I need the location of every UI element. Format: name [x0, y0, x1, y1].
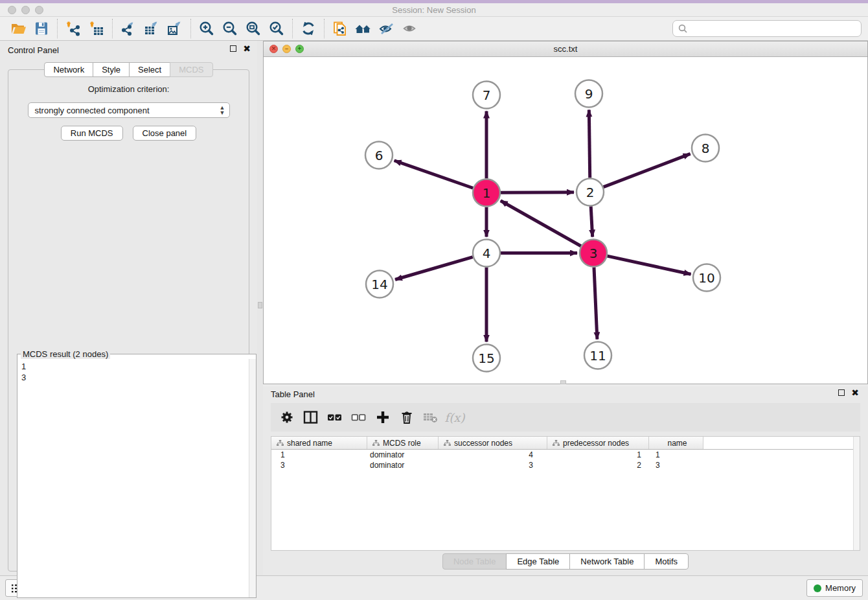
- eye-icon: [402, 20, 418, 37]
- graph-edge[interactable]: [604, 154, 691, 187]
- tab-network-table[interactable]: Network Table: [569, 553, 645, 570]
- home-button[interactable]: [352, 18, 375, 39]
- view-splitter-handle[interactable]: [560, 380, 566, 384]
- graph-edge[interactable]: [394, 161, 474, 188]
- table-cell[interactable]: 1: [271, 450, 367, 460]
- minimize-view-icon[interactable]: –: [282, 45, 291, 53]
- table-row[interactable]: 1dominator411: [271, 450, 860, 460]
- export-network-button[interactable]: [117, 18, 140, 39]
- delete-column-button[interactable]: [397, 408, 417, 427]
- float-panel-icon[interactable]: [230, 45, 236, 52]
- zoom-fit-button[interactable]: [242, 18, 265, 39]
- tab-mcds[interactable]: MCDS: [170, 62, 212, 77]
- network-graph[interactable]: 7968124314101511: [264, 57, 867, 384]
- table-cell[interactable]: 4: [439, 450, 547, 460]
- table-cell[interactable]: 2: [547, 460, 649, 470]
- graph-edge[interactable]: [589, 110, 589, 178]
- tab-motifs[interactable]: Motifs: [644, 553, 689, 570]
- graph-node-label: 14: [371, 277, 387, 292]
- export-image-button[interactable]: [163, 18, 187, 39]
- destroy-table-button[interactable]: [421, 408, 440, 427]
- hide-panels-button[interactable]: [375, 18, 398, 39]
- maximize-view-icon[interactable]: +: [295, 45, 304, 53]
- optimization-criterion-select[interactable]: strongly connected component ▲▼: [28, 102, 230, 118]
- new-network-from-file-button[interactable]: [328, 18, 352, 39]
- mcds-result-line: 3: [21, 372, 246, 383]
- run-mcds-button[interactable]: Run MCDS: [61, 126, 123, 141]
- table-cell[interactable]: 3: [649, 460, 703, 470]
- mcds-result-scrollbar[interactable]: [249, 359, 256, 597]
- refresh-button[interactable]: [297, 18, 320, 39]
- column-header-label: MCDS role: [383, 439, 421, 448]
- export-image-icon: [166, 20, 183, 37]
- add-column-button[interactable]: [373, 408, 393, 427]
- select-all-rows-button[interactable]: [325, 408, 345, 427]
- show-columns-button[interactable]: [301, 408, 321, 427]
- import-network-button[interactable]: [62, 18, 85, 39]
- network-window-titlebar[interactable]: ✕ – + scc.txt: [264, 41, 867, 57]
- splitter-handle[interactable]: [258, 302, 262, 308]
- app-titlebar: Session: New Session: [0, 0, 868, 17]
- graph-edge[interactable]: [501, 192, 574, 193]
- close-panel-icon[interactable]: ✖: [243, 45, 251, 52]
- column-header[interactable]: MCDS role: [367, 437, 439, 449]
- graph-edge[interactable]: [501, 201, 581, 246]
- close-panel-button[interactable]: Close panel: [133, 126, 197, 141]
- mcds-tab-pane: Optimization criterion: strongly connect…: [8, 69, 249, 571]
- table-cell[interactable]: 1: [649, 450, 703, 460]
- search-icon: [678, 24, 687, 33]
- table-cell[interactable]: 1: [547, 450, 649, 460]
- window-controls[interactable]: [8, 6, 43, 14]
- deselect-all-rows-button[interactable]: [349, 408, 369, 427]
- network-canvas[interactable]: 7968124314101511: [264, 57, 867, 384]
- tab-edge-table[interactable]: Edge Table: [506, 553, 570, 570]
- memory-button[interactable]: Memory: [806, 579, 863, 597]
- control-panel-title: Control Panel: [8, 45, 59, 55]
- table-scrollbar[interactable]: [853, 437, 860, 550]
- function-builder-button[interactable]: f(x): [445, 408, 464, 427]
- graph-node-label: 4: [483, 246, 491, 261]
- graph-node-label: 7: [483, 87, 491, 103]
- close-view-icon[interactable]: ✕: [269, 45, 278, 53]
- tab-node-table[interactable]: Node Table: [442, 553, 507, 570]
- graph-edge[interactable]: [395, 257, 473, 280]
- zoom-selected-button[interactable]: [265, 18, 288, 39]
- table-cell[interactable]: dominator: [367, 460, 439, 470]
- panel-splitter[interactable]: [257, 41, 263, 575]
- tab-style[interactable]: Style: [93, 62, 130, 77]
- control-panel-tabs: Network Style Select MCDS: [0, 62, 257, 77]
- export-table-button[interactable]: [140, 18, 163, 39]
- search-input[interactable]: [691, 24, 856, 34]
- search-box[interactable]: [672, 20, 862, 37]
- zoom-window-icon[interactable]: [35, 6, 43, 14]
- column-header[interactable]: successor nodes: [439, 437, 547, 449]
- table-toolbar: f(x): [271, 403, 860, 432]
- column-header[interactable]: name: [649, 437, 703, 449]
- minimize-window-icon[interactable]: [21, 6, 30, 14]
- tab-select[interactable]: Select: [129, 62, 170, 77]
- tab-network[interactable]: Network: [44, 62, 93, 77]
- column-header[interactable]: predecessor nodes: [547, 437, 649, 449]
- table-panel-title: Table Panel: [271, 389, 315, 399]
- graph-edge[interactable]: [591, 206, 593, 237]
- zoom-in-icon: [198, 20, 215, 37]
- zoom-in-button[interactable]: [195, 18, 218, 39]
- import-table-button[interactable]: [85, 18, 108, 39]
- table-cell[interactable]: dominator: [367, 450, 439, 460]
- graph-edge[interactable]: [607, 256, 691, 274]
- hierarchy-icon: [277, 440, 284, 446]
- zoom-out-button[interactable]: [218, 18, 242, 39]
- open-session-button[interactable]: [6, 18, 30, 39]
- table-cell[interactable]: 3: [439, 460, 547, 470]
- close-table-panel-icon[interactable]: ✖: [851, 389, 859, 396]
- column-header[interactable]: shared name: [271, 437, 367, 449]
- table-row[interactable]: 3dominator323: [271, 460, 860, 470]
- float-table-panel-icon[interactable]: [838, 389, 845, 396]
- table-cell[interactable]: 3: [271, 460, 367, 470]
- show-panel-button[interactable]: [398, 18, 422, 39]
- table-settings-button[interactable]: [277, 408, 297, 427]
- save-session-button[interactable]: [30, 18, 53, 39]
- close-window-icon[interactable]: [8, 6, 16, 14]
- import-network-icon: [65, 20, 82, 37]
- graph-edge[interactable]: [594, 267, 597, 339]
